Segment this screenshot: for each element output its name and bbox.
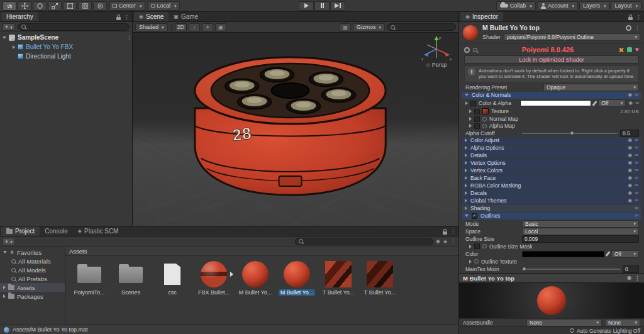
tree-favorites[interactable]: Favorites xyxy=(0,248,65,257)
foldout-icon[interactable] xyxy=(465,101,468,105)
eye-icon[interactable] xyxy=(628,191,632,196)
outline-space-dropdown[interactable]: Local xyxy=(522,228,639,235)
tab-scene[interactable]: ◉Scene xyxy=(134,12,169,21)
preview-mode-icon[interactable] xyxy=(627,276,631,281)
toggle-2d-button[interactable]: 2D xyxy=(175,23,187,31)
rendering-preset-dropdown[interactable]: Opaque xyxy=(543,84,639,91)
auto-generate-lighting-toggle[interactable]: Auto Generate Lighting Off xyxy=(577,328,640,334)
tree-assets[interactable]: Assets xyxy=(0,283,65,292)
foldout-icon[interactable] xyxy=(465,146,467,150)
preset-icon[interactable] xyxy=(635,101,639,106)
shader-section-header[interactable]: Details xyxy=(462,152,641,159)
create-button[interactable]: + xyxy=(3,238,15,245)
menu-icon[interactable] xyxy=(635,275,640,281)
foldout-icon[interactable] xyxy=(3,36,6,39)
scene-viewport[interactable]: 28 xyxy=(133,33,458,226)
foldout-icon[interactable] xyxy=(465,94,469,96)
draw-mode-dropdown[interactable]: Shaded xyxy=(135,23,168,31)
preset-icon[interactable] xyxy=(635,138,638,143)
preset-icon[interactable] xyxy=(635,198,638,203)
pivot-center-button[interactable]: Center xyxy=(109,1,145,11)
search-icon[interactable] xyxy=(473,48,477,52)
asset-item[interactable]: T Bullet Yo... xyxy=(322,260,355,296)
checkbox[interactable] xyxy=(474,109,480,114)
menu-icon[interactable] xyxy=(450,228,456,235)
eye-icon[interactable] xyxy=(628,153,632,158)
preview-header[interactable]: M Bullet Yo Yo top xyxy=(459,273,644,283)
hierarchy-item[interactable]: Bullet Yo Yo FBX xyxy=(0,42,132,52)
tree-packages[interactable]: Packages xyxy=(0,292,65,301)
preset-icon[interactable] xyxy=(635,213,638,218)
menu-icon[interactable] xyxy=(636,14,641,20)
tab-project[interactable]: Project xyxy=(1,226,40,236)
alpha-cutoff-value[interactable]: 0.5 xyxy=(620,130,639,137)
collab-dropdown[interactable]: Collab xyxy=(496,1,536,11)
tab-game[interactable]: ▣Game xyxy=(169,12,203,21)
foldout-icon[interactable] xyxy=(465,176,467,180)
texture-thumbnail[interactable] xyxy=(482,108,489,114)
foldout-icon[interactable] xyxy=(469,109,472,113)
project-search[interactable] xyxy=(295,238,433,245)
shader-section-header[interactable]: Vertex Colors xyxy=(462,167,641,174)
scene-3d-render[interactable]: 28 xyxy=(133,33,458,226)
eye-icon[interactable] xyxy=(628,138,632,143)
preset-icon[interactable] xyxy=(635,168,638,173)
asset-item[interactable]: csc xyxy=(156,260,189,296)
scene-audio-button[interactable]: ♪ xyxy=(189,23,200,31)
alpha-cutoff-slider[interactable] xyxy=(522,130,618,137)
eye-icon[interactable] xyxy=(628,92,632,97)
preset-icon[interactable] xyxy=(635,145,638,150)
foldout-icon[interactable] xyxy=(465,138,467,142)
hierarchy-item[interactable]: Directional Light xyxy=(0,52,132,61)
texture-slot-icon[interactable] xyxy=(482,244,487,248)
menu-icon[interactable] xyxy=(124,14,130,20)
eye-icon[interactable] xyxy=(628,198,632,203)
pivot-local-button[interactable]: Local xyxy=(148,1,180,11)
eyedropper-icon[interactable] xyxy=(592,101,597,106)
shader-section-header[interactable]: Global Themes xyxy=(462,198,641,204)
tab-console[interactable]: Console xyxy=(40,226,73,236)
foldout-icon[interactable] xyxy=(465,206,467,210)
maintex-mixin-slider[interactable] xyxy=(522,265,620,273)
support-heart-icon[interactable] xyxy=(635,47,639,53)
texture-slot-icon[interactable] xyxy=(474,259,479,264)
checkbox[interactable] xyxy=(470,101,476,106)
foldout-icon[interactable] xyxy=(3,294,6,298)
foldout-icon[interactable] xyxy=(465,214,469,217)
scene-search-input[interactable] xyxy=(397,24,452,30)
eye-icon[interactable] xyxy=(628,168,632,173)
lock-icon[interactable] xyxy=(628,17,633,20)
color-swatch[interactable] xyxy=(522,251,604,257)
outline-mode-dropdown[interactable]: Basic xyxy=(522,220,639,228)
foldout-icon[interactable] xyxy=(469,124,472,128)
tree-favorite-item[interactable]: All Prefabs xyxy=(0,274,65,283)
favorites-icon[interactable] xyxy=(443,238,448,245)
scene-effects-button[interactable]: ▣ xyxy=(215,23,226,31)
visibility-icon[interactable] xyxy=(436,239,440,244)
eye-icon[interactable] xyxy=(628,160,632,165)
gear-icon[interactable] xyxy=(626,25,631,31)
layout-dropdown[interactable]: Layout xyxy=(611,1,641,11)
foldout-icon[interactable] xyxy=(469,260,472,264)
asset-item[interactable]: M Bullet Yo... xyxy=(280,260,313,296)
asset-item[interactable]: FBX Bullet... xyxy=(197,260,230,296)
pause-button[interactable] xyxy=(314,1,330,11)
outline-color-dropdown[interactable]: Off xyxy=(611,250,639,258)
create-button[interactable]: + xyxy=(3,23,15,31)
scale-tool-button[interactable] xyxy=(48,1,62,11)
hierarchy-scene-row[interactable]: SampleScene xyxy=(0,33,132,42)
foldout-icon[interactable] xyxy=(3,251,7,253)
custom-tool-button[interactable] xyxy=(93,1,107,11)
preset-icon[interactable] xyxy=(635,183,638,188)
material-preview-pane[interactable] xyxy=(459,283,644,318)
presets-icon[interactable] xyxy=(627,47,632,52)
eye-icon[interactable] xyxy=(628,175,632,181)
rotate-tool-button[interactable] xyxy=(33,1,47,11)
section-color-normals[interactable]: Color & Normals xyxy=(462,92,641,99)
checkbox[interactable] xyxy=(474,116,480,122)
section-outlines[interactable]: Outlines xyxy=(462,213,641,220)
layers-dropdown[interactable]: Layers xyxy=(579,1,610,11)
asset-item[interactable]: Scenes xyxy=(114,260,147,296)
move-tool-button[interactable] xyxy=(18,1,31,11)
foldout-icon[interactable] xyxy=(465,169,467,172)
